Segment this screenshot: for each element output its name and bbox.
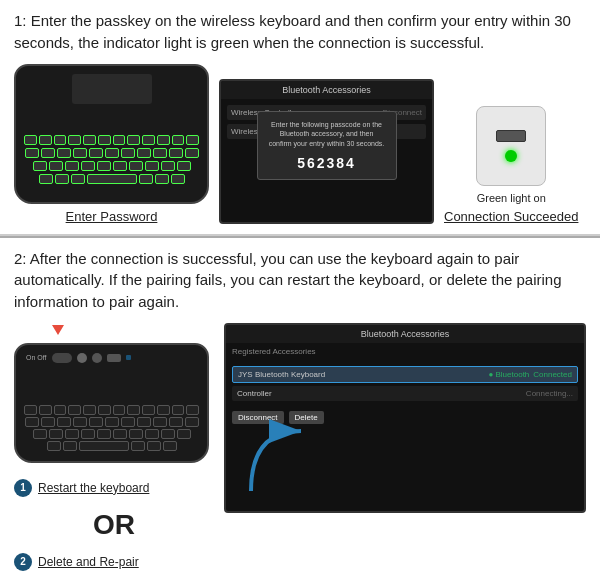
key	[97, 429, 111, 439]
key	[49, 429, 63, 439]
key	[98, 405, 111, 415]
key	[83, 405, 96, 415]
key-row	[24, 441, 199, 451]
right-column: Bluetooth Accessories Registered Accesso…	[224, 323, 586, 571]
key	[105, 417, 119, 427]
step-1-number: 1	[14, 479, 32, 497]
usb-icon	[107, 354, 121, 362]
toggle-button	[52, 353, 72, 363]
key	[129, 161, 143, 171]
key	[186, 135, 199, 145]
key	[83, 135, 96, 145]
key	[73, 148, 87, 158]
key	[153, 417, 167, 427]
keyboard-image-2: On Off	[14, 343, 209, 463]
key	[185, 148, 199, 158]
key	[87, 174, 137, 184]
key	[131, 441, 145, 451]
key	[155, 174, 169, 184]
keyboard-block: Enter Password	[14, 64, 209, 224]
tv-dialog: Enter the following passcode on the Blue…	[257, 111, 397, 180]
tv2-item-1: JYS Bluetooth Keyboard ● Bluetooth Conne…	[232, 366, 578, 383]
key	[65, 161, 79, 171]
key	[71, 174, 85, 184]
key	[73, 417, 87, 427]
registered-label: Registered Accessories	[226, 343, 584, 360]
key	[171, 174, 185, 184]
key	[33, 161, 47, 171]
keyboard-caption: Enter Password	[66, 209, 158, 224]
key	[127, 405, 140, 415]
key-row-3	[24, 161, 199, 171]
key	[33, 429, 47, 439]
key	[145, 161, 159, 171]
space-key	[79, 441, 129, 451]
tv-block: Bluetooth Accessories Wireless Controlle…	[219, 79, 434, 224]
key	[98, 135, 111, 145]
key	[172, 135, 185, 145]
bt-icon	[77, 353, 87, 363]
key	[157, 405, 170, 415]
key	[177, 161, 191, 171]
key	[172, 405, 185, 415]
key	[153, 148, 167, 158]
arrow-container	[52, 325, 64, 335]
key	[113, 429, 127, 439]
tv2-title: Bluetooth Accessories	[226, 325, 584, 343]
key	[186, 405, 199, 415]
passcode: 562384	[268, 155, 386, 171]
key	[24, 405, 37, 415]
tv2-item-statuses: ● Bluetooth Connected	[488, 370, 572, 379]
keyboard-wrapper: On Off	[14, 343, 214, 463]
tv-image: Bluetooth Accessories Wireless Controlle…	[219, 79, 434, 224]
key-row-2	[24, 148, 199, 158]
dialog-text: Enter the following passcode on the Blue…	[268, 120, 386, 149]
step-2-label: Delete and Re-pair	[38, 555, 139, 569]
key	[142, 135, 155, 145]
tv-title: Bluetooth Accessories	[221, 81, 432, 99]
key	[161, 429, 175, 439]
section-2-content: On Off	[14, 323, 586, 571]
key	[105, 148, 119, 158]
key	[54, 405, 67, 415]
keyboard-top-controls: On Off	[26, 353, 197, 363]
key	[81, 161, 95, 171]
key	[49, 161, 63, 171]
tv2-item-status2: Connected	[533, 370, 572, 379]
key	[89, 417, 103, 427]
key-row-1	[24, 135, 199, 145]
key	[68, 405, 81, 415]
key	[139, 174, 153, 184]
tv2-item-name: Controller	[237, 389, 272, 398]
blue-arrow-icon	[236, 411, 326, 501]
tv2-list: JYS Bluetooth Keyboard ● Bluetooth Conne…	[226, 360, 584, 407]
key	[41, 417, 55, 427]
key	[113, 135, 126, 145]
connection-caption: Connection Succeeded	[444, 209, 578, 224]
green-light-container: Green light on	[476, 106, 546, 204]
tv2-item-status2: Connecting...	[526, 389, 573, 398]
key	[65, 429, 79, 439]
section-2-header: 2: After the connection is successful, y…	[14, 248, 586, 313]
key	[157, 135, 170, 145]
step-1: 1 Restart the keyboard	[14, 479, 214, 497]
key	[47, 441, 61, 451]
headphone-icon	[92, 353, 102, 363]
key	[54, 135, 67, 145]
key	[24, 135, 37, 145]
keyboard-keys-2	[24, 405, 199, 451]
green-light-label: Green light on	[477, 192, 546, 204]
led-indicator	[126, 355, 131, 360]
key	[97, 161, 111, 171]
key-row	[24, 405, 199, 415]
key	[185, 417, 199, 427]
onoff-label: On Off	[26, 354, 47, 361]
key	[81, 429, 95, 439]
key	[163, 441, 177, 451]
step-2: 2 Delete and Re-pair	[14, 553, 214, 571]
tv2-item-name: JYS Bluetooth Keyboard	[238, 370, 325, 379]
key	[169, 417, 183, 427]
green-light-indicator	[505, 150, 517, 162]
keyboard-screen	[72, 74, 152, 104]
key	[89, 148, 103, 158]
